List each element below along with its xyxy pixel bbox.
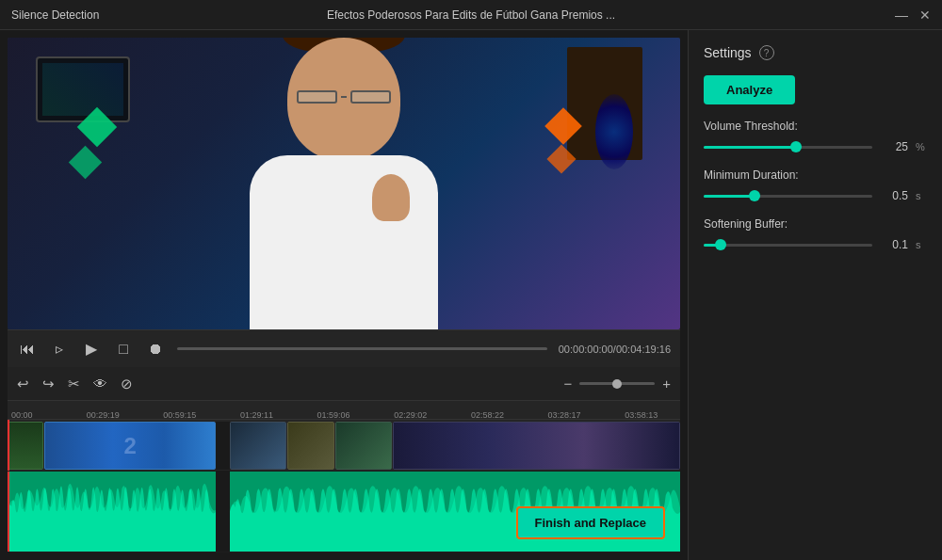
duration-unit: s (916, 190, 927, 201)
cut-button[interactable]: ✂ (68, 376, 80, 392)
ruler-mark-4: 01:59:06 (317, 410, 350, 420)
tool-right: − + (563, 376, 671, 392)
video-clip-1 (8, 422, 43, 470)
audio-waveform-left: // Generate waveform bars (8, 472, 216, 552)
softening-value: 0.1 (880, 238, 908, 251)
settings-header: Settings ? (704, 45, 927, 60)
duration-value: 0.5 (880, 189, 908, 202)
zoom-slider[interactable] (579, 382, 655, 385)
video-clip-2: 2 (44, 422, 216, 470)
ruler-mark-7: 03:28:17 (548, 410, 581, 420)
video-clips-right (230, 422, 680, 470)
video-controls: ⏮ ▹ ▶ □ ⏺ 00:00:00:00/00:04:19:16 (8, 329, 680, 367)
softening-buffer-slider[interactable] (704, 244, 872, 247)
volume-thumb (790, 141, 802, 152)
person-body (250, 155, 438, 329)
playhead (8, 420, 9, 471)
tool-left: ↩ ↪ ✂ 👁 ⊘ (17, 376, 133, 392)
softening-buffer-setting: Softening Buffer: 0.1 s (704, 217, 927, 251)
softening-thumb (715, 239, 726, 250)
zoom-in-button[interactable]: + (662, 376, 671, 392)
finish-replace-button[interactable]: Finish and Replace (516, 506, 665, 539)
softening-buffer-slider-row: 0.1 s (704, 238, 927, 251)
bg-diamond-2 (69, 146, 102, 179)
time-display: 00:00:00:00/00:04:19:16 (559, 344, 671, 355)
minimize-button[interactable]: — (895, 8, 908, 23)
volume-threshold-label: Volume Threshold: (704, 120, 927, 133)
duration-fill (704, 195, 755, 198)
ruler-mark-8: 03:58:13 (625, 410, 658, 420)
settings-title: Settings (704, 45, 752, 60)
ruler-mark-2: 00:59:15 (163, 410, 196, 420)
eye-button[interactable]: 👁 (93, 376, 107, 392)
ruler-mark-0: 00:00 (11, 410, 33, 420)
ruler-mark-3: 01:29:11 (240, 410, 273, 420)
bg-light (595, 94, 633, 169)
bg-monitor (36, 56, 130, 122)
video-clip-r3 (335, 422, 392, 470)
zoom-out-button[interactable]: − (563, 376, 572, 392)
minimum-duration-label: Minimum Duration: (704, 168, 927, 182)
video-thumbnail (8, 38, 680, 329)
ruler-mark-1: 00:29:19 (87, 410, 120, 420)
undo-button[interactable]: ↩ (17, 376, 29, 392)
video-title: Efectos Poderosos Para Edits de Fútbol G… (327, 8, 615, 22)
minimum-duration-slider[interactable] (704, 195, 872, 198)
window-controls: — ✕ (895, 8, 931, 23)
right-panel: Settings ? Analyze Volume Threshold: 25 … (688, 30, 942, 560)
play-button[interactable]: ▶ (81, 339, 102, 360)
record-button[interactable]: ⏺ (145, 339, 166, 360)
video-clip-r1 (230, 422, 286, 470)
minimum-duration-slider-row: 0.5 s (704, 189, 927, 202)
disable-button[interactable]: ⊘ (121, 376, 133, 392)
video-track: 2 (8, 420, 680, 472)
timeline-area: 00:00 00:29:19 00:59:15 01:29:11 01:59:0… (8, 401, 680, 552)
audio-gap (216, 472, 229, 552)
zoom-thumb (612, 379, 622, 389)
volume-unit: % (916, 141, 927, 152)
step-back-button[interactable]: ▹ (49, 339, 70, 360)
minimum-duration-setting: Minimum Duration: 0.5 s (704, 168, 927, 202)
audio-playhead (8, 472, 9, 552)
softening-buffer-label: Softening Buffer: (704, 217, 927, 231)
app-title: Silence Detection (11, 8, 99, 22)
volume-fill (704, 146, 796, 149)
progress-bar[interactable] (177, 347, 547, 350)
help-icon[interactable]: ? (759, 45, 774, 60)
video-clip-r4 (393, 422, 680, 470)
duration-thumb (749, 190, 760, 201)
title-bar: Silence Detection Efectos Poderosos Para… (0, 0, 942, 30)
redo-button[interactable]: ↪ (42, 376, 55, 392)
video-clips-left: 2 (8, 422, 216, 470)
main-content: ⏮ ▹ ▶ □ ⏺ 00:00:00:00/00:04:19:16 ↩ ↪ ✂ … (0, 30, 942, 560)
ruler-mark-6: 02:58:22 (471, 410, 504, 420)
left-panel: ⏮ ▹ ▶ □ ⏺ 00:00:00:00/00:04:19:16 ↩ ↪ ✂ … (0, 30, 688, 560)
volume-threshold-slider[interactable] (704, 146, 872, 149)
waveform-svg-left: // Generate waveform bars (8, 472, 216, 552)
stop-button[interactable]: □ (113, 339, 134, 360)
video-clip-r2 (287, 422, 334, 470)
time-ruler: 00:00 00:29:19 00:59:15 01:29:11 01:59:0… (8, 401, 680, 420)
volume-threshold-slider-row: 25 % (704, 140, 927, 153)
ruler-mark-5: 02:29:02 (394, 410, 427, 420)
timeline-toolbar: ↩ ↪ ✂ 👁 ⊘ − + (8, 367, 680, 401)
analyze-button[interactable]: Analyze (704, 75, 795, 104)
skip-back-button[interactable]: ⏮ (17, 339, 38, 360)
softening-unit: s (916, 239, 927, 250)
volume-threshold-setting: Volume Threshold: 25 % (704, 120, 927, 153)
timeline-gap (216, 422, 229, 470)
close-button[interactable]: ✕ (919, 8, 931, 23)
video-preview (8, 38, 680, 329)
volume-value: 25 (880, 140, 908, 153)
